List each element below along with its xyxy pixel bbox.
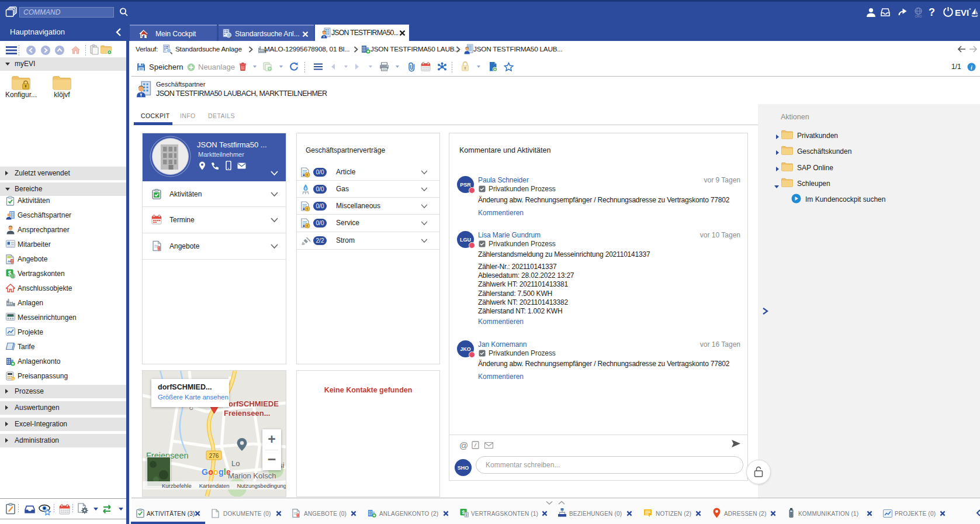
svg-text:%: %: [12, 377, 15, 381]
svg-text:276: 276: [209, 453, 219, 459]
svg-text:CRO: CRO: [915, 15, 922, 18]
svg-text:i: i: [971, 64, 972, 71]
svg-text:188888: 188888: [7, 315, 15, 317]
svg-text:Lo: Lo: [231, 459, 240, 468]
